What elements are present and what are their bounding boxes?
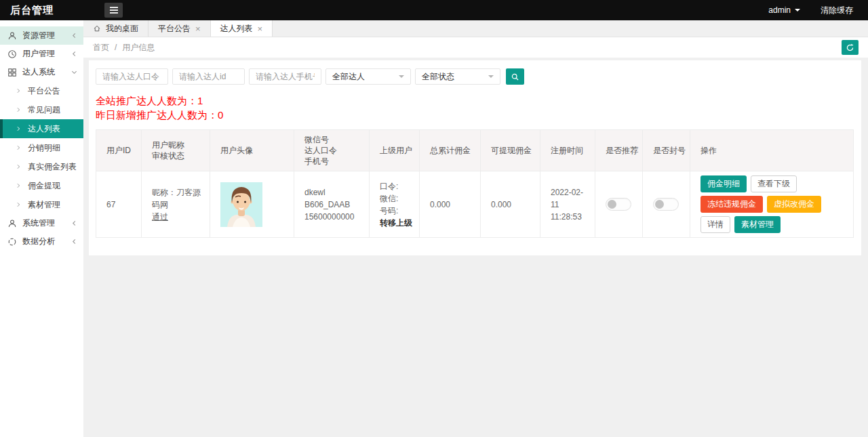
top-bar: 后台管理 admin 清除缓存 — [0, 0, 868, 20]
chevron-down-icon — [399, 75, 404, 81]
sidebar-item-resource-management[interactable]: 资源管理 — [0, 26, 83, 45]
table-row: 67 昵称：刀客源码网 通过 — [96, 171, 854, 238]
stat-new-experts-yesterday: 昨日新增推广达人人数为：0 — [96, 108, 854, 122]
chevron-right-icon — [16, 126, 21, 131]
col-register-time: 注册时间 — [540, 130, 595, 171]
sidebar-item-label: 达人系统 — [22, 66, 71, 78]
recommend-toggle[interactable] — [606, 198, 631, 211]
tab-label: 我的桌面 — [106, 23, 138, 35]
col-parent-user: 上级用户 — [370, 130, 420, 171]
col-recommended: 是否推荐 — [595, 130, 643, 171]
stat-total-experts: 全站推广达人人数为：1 — [96, 93, 854, 108]
sidebar-subitem-expert-list[interactable]: 达人列表 — [0, 119, 83, 138]
avatar — [220, 182, 262, 227]
sidebar-toggle-button[interactable] — [104, 3, 123, 18]
status-select-value: 全部状态 — [422, 71, 454, 83]
grid-icon — [7, 68, 17, 77]
sidebar-item-label: 用户管理 — [22, 48, 71, 60]
refresh-button[interactable] — [842, 40, 859, 55]
chevron-left-icon — [71, 238, 77, 245]
cell-nickname-audit: 昵称：刀客源码网 通过 — [142, 171, 210, 238]
clock-icon — [7, 49, 17, 59]
breadcrumb-home-link[interactable]: 首页 — [93, 42, 109, 54]
material-manage-button[interactable]: 素材管理 — [734, 216, 781, 233]
sidebar-subitem-label: 分销明细 — [28, 142, 60, 154]
sidebar-subitem-faq[interactable]: 常见问题 — [0, 100, 83, 119]
sidebar-subitem-material-management[interactable]: 素材管理 — [0, 195, 83, 214]
cell-register-time: 2022-02-11 11:28:53 — [540, 171, 595, 238]
sidebar-item-user-management[interactable]: 用户管理 — [0, 45, 83, 63]
chevron-left-icon — [71, 33, 77, 39]
wechat-id: dkewl — [304, 186, 366, 199]
user-menu[interactable]: admin — [768, 5, 800, 15]
chevron-down-icon — [488, 75, 494, 81]
col-user-id: 用户ID — [96, 130, 142, 171]
parent-phone-label: 号码: — [380, 205, 416, 217]
sidebar-subitem-commission-withdraw[interactable]: 佣金提现 — [0, 176, 83, 195]
cell-wechat-code-phone: dkewl B606_DAAB 15600000000 — [294, 171, 370, 238]
audit-status-link[interactable]: 通过 — [152, 212, 168, 222]
close-icon[interactable]: × — [195, 24, 201, 33]
col-nickname-audit: 用户昵称审核状态 — [142, 130, 210, 171]
toggle-knob — [655, 200, 664, 209]
chevron-down-icon — [795, 9, 800, 14]
search-button[interactable] — [506, 68, 524, 85]
sidebar-subitem-distribution-detail[interactable]: 分销明细 — [0, 138, 83, 157]
search-icon — [511, 72, 519, 81]
breadcrumb: 首页 / 用户信息 — [93, 42, 155, 54]
ban-toggle[interactable] — [653, 198, 679, 211]
expert-code: B606_DAAB — [304, 199, 366, 211]
chevron-down-icon — [71, 69, 77, 75]
status-select[interactable]: 全部状态 — [415, 68, 500, 85]
register-date: 2022-02-11 — [551, 186, 591, 211]
breadcrumb-current: 用户信息 — [122, 42, 155, 54]
sidebar-item-expert-system[interactable]: 达人系统 — [0, 63, 83, 81]
chevron-right-icon — [16, 145, 21, 150]
transfer-parent-link[interactable]: 转移上级 — [380, 218, 412, 228]
sidebar-subitem-label: 达人列表 — [28, 123, 60, 135]
cell-actions: 佣金明细 查看下级 冻结违规佣金 虚拟改佣金 详情 素材管理 — [690, 171, 854, 238]
cell-withdrawable-commission: 0.000 — [481, 171, 540, 238]
breadcrumb-separator: / — [115, 43, 117, 52]
sidebar-subitem-label: 佣金提现 — [28, 180, 60, 192]
parent-code-label: 口令: — [380, 180, 416, 192]
expert-type-select[interactable]: 全部达人 — [326, 68, 411, 85]
chevron-left-icon — [71, 220, 77, 226]
hamburger-icon — [110, 5, 118, 15]
sidebar-subitem-real-commission-list[interactable]: 真实佣金列表 — [0, 157, 83, 176]
clear-cache-button[interactable]: 清除缓存 — [821, 5, 853, 16]
content-area: 全部达人 全部状态 全站推广达人人数为：1 昨日新增推 — [83, 58, 868, 437]
sidebar-item-data-analysis[interactable]: 数据分析 — [0, 232, 83, 251]
expert-id-input[interactable] — [172, 68, 245, 85]
table-header-row: 用户ID 用户昵称审核状态 用户头像 微信号达人口令手机号 上级用户 总累计佣金… — [96, 130, 854, 171]
chevron-right-icon — [16, 202, 21, 207]
tab-my-desktop[interactable]: 我的桌面 — [83, 20, 149, 37]
chevron-right-icon — [16, 183, 21, 188]
virtual-edit-commission-button[interactable]: 虚拟改佣金 — [767, 196, 821, 213]
col-total-commission: 总累计佣金 — [420, 130, 481, 171]
freeze-violation-commission-button[interactable]: 冻结违规佣金 — [701, 196, 763, 213]
tab-expert-list[interactable]: 达人列表 × — [211, 20, 273, 37]
sidebar-subitem-label: 平台公告 — [28, 85, 60, 97]
close-icon[interactable]: × — [258, 24, 263, 33]
home-icon — [93, 24, 101, 33]
commission-detail-button[interactable]: 佣金明细 — [701, 175, 747, 192]
sidebar-item-label: 系统管理 — [22, 217, 71, 229]
parent-wechat-label: 微信: — [380, 192, 416, 205]
details-button[interactable]: 详情 — [701, 216, 730, 233]
user-icon — [7, 31, 17, 41]
col-avatar: 用户头像 — [210, 130, 294, 171]
expert-phone-input[interactable] — [249, 68, 321, 85]
experts-table: 用户ID 用户昵称审核状态 用户头像 微信号达人口令手机号 上级用户 总累计佣金… — [96, 129, 854, 238]
sidebar-item-system-management[interactable]: 系统管理 — [0, 214, 83, 232]
sidebar-subitem-platform-announcement[interactable]: 平台公告 — [0, 81, 83, 100]
tab-platform-announcement[interactable]: 平台公告 × — [149, 20, 211, 37]
filter-bar: 全部达人 全部状态 — [96, 68, 854, 85]
expert-code-input[interactable] — [96, 68, 168, 85]
view-subordinates-button[interactable]: 查看下级 — [751, 175, 797, 192]
cell-recommended — [595, 171, 643, 238]
tab-bar: 我的桌面 平台公告 × 达人列表 × — [83, 20, 868, 37]
refresh-icon — [846, 43, 854, 52]
sidebar-item-label: 数据分析 — [22, 236, 71, 247]
phone-number: 15600000000 — [304, 211, 366, 223]
